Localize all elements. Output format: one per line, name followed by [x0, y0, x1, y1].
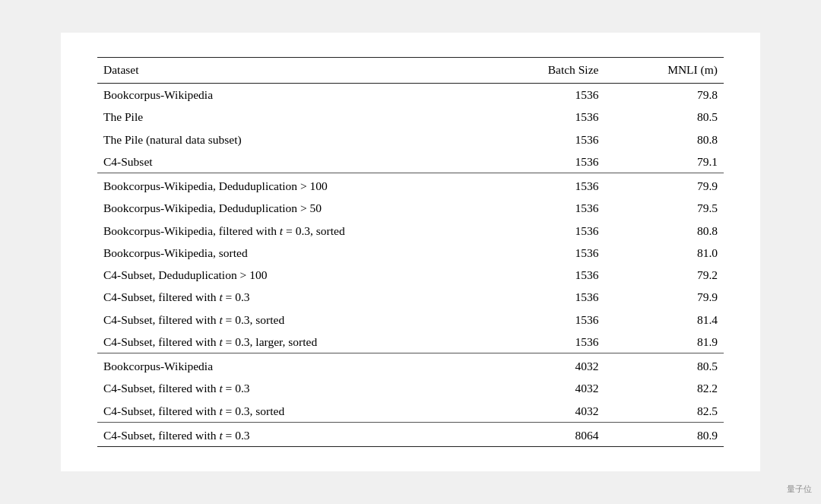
- cell-mnli: 81.9: [604, 331, 724, 353]
- cell-dataset: Bookcorpus-Wikipedia, filtered with t = …: [97, 220, 505, 242]
- cell-mnli: 80.5: [604, 353, 724, 378]
- cell-dataset: C4-Subset, filtered with t = 0.3: [97, 422, 505, 446]
- table-row: C4-Subset153679.1: [97, 151, 724, 173]
- cell-batch-size: 1536: [505, 286, 605, 308]
- table-row: Bookcorpus-Wikipedia, Deduduplication > …: [97, 173, 724, 198]
- header-mnli: MNLI (m): [604, 57, 724, 83]
- table-row: Bookcorpus-Wikipedia153679.8: [97, 84, 724, 106]
- cell-mnli: 80.9: [604, 422, 724, 446]
- cell-dataset: Bookcorpus-Wikipedia: [97, 353, 505, 378]
- table-row: C4-Subset, filtered with t = 0.3806480.9: [97, 422, 724, 446]
- cell-dataset: The Pile: [97, 106, 505, 128]
- table-row: Bookcorpus-Wikipedia, Deduduplication > …: [97, 197, 724, 219]
- cell-mnli: 79.1: [604, 151, 724, 173]
- cell-batch-size: 1536: [505, 173, 605, 198]
- cell-dataset: C4-Subset, filtered with t = 0.3: [97, 377, 505, 399]
- cell-mnli: 79.8: [604, 84, 724, 106]
- cell-mnli: 80.8: [604, 220, 724, 242]
- table-row: C4-Subset, filtered with t = 0.3153679.9: [97, 286, 724, 308]
- cell-mnli: 82.5: [604, 400, 724, 423]
- cell-batch-size: 1536: [505, 309, 605, 331]
- watermark: 量子位: [787, 483, 812, 495]
- table-row: C4-Subset, filtered with t = 0.3403282.2: [97, 377, 724, 399]
- cell-mnli: 80.8: [604, 128, 724, 151]
- cell-dataset: C4-Subset, Deduduplication > 100: [97, 264, 505, 286]
- table-row: Bookcorpus-Wikipedia, sorted153681.0: [97, 242, 724, 264]
- table-row: C4-Subset, filtered with t = 0.3, sorted…: [97, 309, 724, 331]
- cell-batch-size: 8064: [505, 422, 605, 446]
- cell-batch-size: 1536: [505, 106, 605, 128]
- cell-mnli: 82.2: [604, 377, 724, 399]
- cell-mnli: 81.0: [604, 242, 724, 264]
- cell-dataset: C4-Subset: [97, 151, 505, 173]
- table-row: C4-Subset, Deduduplication > 100153679.2: [97, 264, 724, 286]
- cell-dataset: C4-Subset, filtered with t = 0.3, sorted: [97, 309, 505, 331]
- cell-dataset: C4-Subset, filtered with t = 0.3: [97, 286, 505, 308]
- cell-mnli: 81.4: [604, 309, 724, 331]
- table-container: Dataset Batch Size MNLI (m) Bookcorpus-W…: [61, 33, 760, 471]
- cell-batch-size: 4032: [505, 353, 605, 378]
- cell-dataset: C4-Subset, filtered with t = 0.3, sorted: [97, 400, 505, 423]
- cell-mnli: 79.9: [604, 173, 724, 198]
- cell-batch-size: 1536: [505, 220, 605, 242]
- cell-batch-size: 1536: [505, 331, 605, 353]
- cell-mnli: 79.5: [604, 197, 724, 219]
- cell-batch-size: 1536: [505, 128, 605, 151]
- header-dataset: Dataset: [97, 57, 505, 83]
- cell-batch-size: 4032: [505, 377, 605, 399]
- cell-batch-size: 1536: [505, 242, 605, 264]
- cell-mnli: 79.2: [604, 264, 724, 286]
- cell-dataset: Bookcorpus-Wikipedia: [97, 84, 505, 106]
- results-table: Dataset Batch Size MNLI (m) Bookcorpus-W…: [97, 57, 724, 447]
- table-row: The Pile (natural data subset)153680.8: [97, 128, 724, 151]
- cell-batch-size: 1536: [505, 264, 605, 286]
- cell-dataset: Bookcorpus-Wikipedia, sorted: [97, 242, 505, 264]
- table-row: Bookcorpus-Wikipedia403280.5: [97, 353, 724, 378]
- cell-dataset: The Pile (natural data subset): [97, 128, 505, 151]
- header-batch-size: Batch Size: [505, 57, 605, 83]
- cell-batch-size: 1536: [505, 197, 605, 219]
- cell-batch-size: 4032: [505, 400, 605, 423]
- cell-mnli: 80.5: [604, 106, 724, 128]
- cell-mnli: 79.9: [604, 286, 724, 308]
- cell-dataset: Bookcorpus-Wikipedia, Deduduplication > …: [97, 173, 505, 198]
- cell-dataset: Bookcorpus-Wikipedia, Deduduplication > …: [97, 197, 505, 219]
- cell-batch-size: 1536: [505, 84, 605, 106]
- table-row: The Pile153680.5: [97, 106, 724, 128]
- table-row: C4-Subset, filtered with t = 0.3, larger…: [97, 331, 724, 353]
- table-header-row: Dataset Batch Size MNLI (m): [97, 57, 724, 83]
- table-row: Bookcorpus-Wikipedia, filtered with t = …: [97, 220, 724, 242]
- cell-dataset: C4-Subset, filtered with t = 0.3, larger…: [97, 331, 505, 353]
- table-row: C4-Subset, filtered with t = 0.3, sorted…: [97, 400, 724, 423]
- cell-batch-size: 1536: [505, 151, 605, 173]
